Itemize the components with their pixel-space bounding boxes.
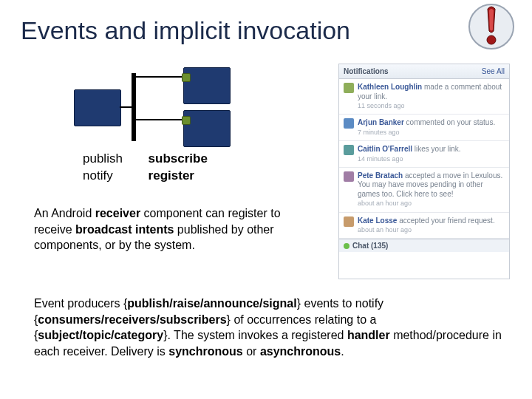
avatar [344, 216, 354, 227]
subscriber-box-1 [183, 67, 231, 104]
chat-bar[interactable]: Chat (135) [339, 239, 509, 252]
avatar [344, 118, 354, 129]
notif-time: about an hour ago [358, 200, 505, 208]
text-bold: publish/raise/announce/signal [127, 297, 296, 310]
avatar [344, 171, 354, 182]
label-subscribe: subscribe [149, 151, 208, 166]
text: . [341, 345, 344, 358]
svg-point-1 [487, 35, 496, 44]
notif-name: Kate Losse [358, 216, 397, 225]
text: or [243, 345, 260, 358]
notif-text: accepted your friend request. [397, 216, 494, 225]
android-paragraph: An Android receiver component can regist… [34, 205, 312, 253]
diagram-labels: publish notify subscribe register [83, 151, 208, 185]
notification-item[interactable]: Caitlin O'Farrell likes your link.14 min… [339, 141, 509, 168]
avatar [344, 83, 354, 93]
text-bold: asynchronous [260, 345, 341, 358]
text: An Android [34, 207, 95, 219]
main-paragraph: Event producers {publish/raise/announce/… [34, 296, 502, 359]
text-bold: broadcast intents [75, 223, 174, 236]
chat-label: Chat (135) [352, 242, 388, 250]
text-bold: synchronous [168, 345, 242, 358]
online-dot-icon [344, 243, 349, 249]
notification-item[interactable]: Kate Losse accepted your friend request.… [339, 213, 509, 239]
notif-time: about an hour ago [358, 226, 505, 234]
text: Event producers { [34, 297, 127, 310]
notification-item[interactable]: Pete Bratach accepted a move in Lexulous… [339, 168, 509, 213]
notif-name: Kathleen Loughlin [358, 83, 422, 91]
pubsub-diagram [74, 63, 244, 151]
publisher-box [74, 89, 121, 126]
label-register: register [149, 168, 194, 183]
attention-icon [463, 0, 520, 58]
connector-line [120, 106, 132, 108]
avatar [344, 145, 354, 155]
notif-time: 14 minutes ago [358, 155, 505, 163]
label-notify: notify [83, 168, 113, 183]
connector-line [136, 119, 182, 120]
notif-name: Pete Bratach [358, 171, 403, 180]
notification-item[interactable]: Kathleen Loughlin made a comment about y… [339, 79, 509, 115]
notifications-panel: Notifications See All Kathleen Loughlin … [338, 64, 510, 279]
text-bold: consumers/receivers/subscribers [38, 313, 226, 326]
slide-title: Events and implicit invocation [21, 16, 350, 45]
text-bold: handler [347, 329, 390, 341]
panel-header: Notifications See All [339, 64, 509, 79]
text-bold: subject/topic/category [38, 329, 163, 341]
label-publish: publish [83, 151, 123, 166]
port-dot [182, 73, 191, 82]
notif-time: 7 minutes ago [358, 129, 505, 137]
notif-name: Caitlin O'Farrell [358, 145, 412, 153]
subscriber-box-2 [183, 110, 231, 147]
notif-time: 11 seconds ago [358, 102, 505, 110]
connector-line [136, 76, 182, 78]
notif-text: likes your link. [412, 145, 461, 153]
notif-name: Arjun Banker [358, 118, 404, 126]
event-bus-bar [132, 73, 136, 141]
text-bold: receiver [95, 207, 140, 219]
notification-item[interactable]: Arjun Banker commented on your status.7 … [339, 115, 509, 141]
port-dot [182, 116, 191, 125]
see-all-link[interactable]: See All [482, 67, 505, 75]
text: }. The system invokes a registered [163, 329, 347, 341]
notif-text: commented on your status. [404, 118, 495, 126]
panel-title: Notifications [344, 67, 389, 75]
